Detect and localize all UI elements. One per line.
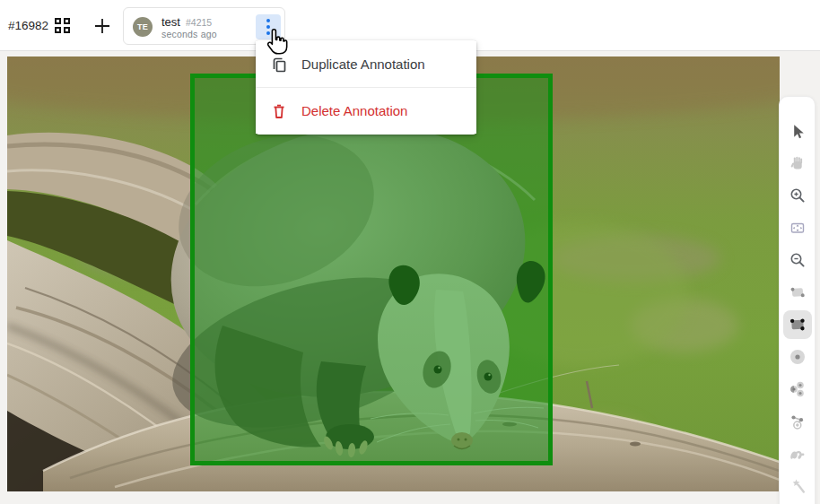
tool-select[interactable] bbox=[781, 115, 814, 147]
grid-square bbox=[64, 27, 70, 33]
cluster-icon bbox=[789, 380, 807, 398]
tool-polygon[interactable] bbox=[781, 405, 814, 438]
tool-freehand[interactable] bbox=[781, 438, 814, 470]
tool-zoom-in[interactable] bbox=[781, 179, 814, 212]
annotation-context-menu: Duplicate Annotation Delete Annotation bbox=[256, 40, 476, 135]
tool-zoom-out[interactable] bbox=[781, 244, 814, 276]
chip-name-row: test#4215 bbox=[161, 13, 212, 30]
annotation-time: seconds ago bbox=[161, 29, 217, 39]
more-options-button[interactable] bbox=[256, 14, 281, 39]
polygon-icon bbox=[789, 413, 807, 430]
grid-square bbox=[64, 18, 70, 24]
circle-icon bbox=[789, 348, 807, 366]
duplicate-icon bbox=[270, 56, 288, 74]
add-icon bbox=[92, 16, 112, 36]
menu-item-delete-annotation[interactable]: Delete Annotation bbox=[256, 88, 476, 134]
grid-square bbox=[55, 27, 61, 33]
tool-multi-point[interactable] bbox=[781, 373, 814, 405]
box-icon bbox=[789, 283, 807, 301]
fit-screen-icon bbox=[789, 219, 807, 237]
menu-item-duplicate-annotation[interactable]: Duplicate Annotation bbox=[256, 41, 476, 87]
tool-fit-screen[interactable] bbox=[781, 212, 814, 244]
zoom-out-icon bbox=[789, 251, 807, 269]
annotation-name: test bbox=[161, 15, 180, 29]
hand-icon bbox=[789, 154, 807, 172]
more-vertical-icon bbox=[266, 19, 270, 22]
tool-box-draw[interactable] bbox=[781, 276, 814, 308]
grid-square bbox=[55, 18, 61, 24]
grid-view-icon[interactable] bbox=[55, 18, 71, 34]
tool-bounding-box[interactable] bbox=[783, 310, 812, 339]
cursor-icon bbox=[789, 122, 807, 140]
tool-palette bbox=[779, 96, 816, 504]
tool-smart-select[interactable] bbox=[781, 470, 814, 502]
avatar: TE bbox=[133, 17, 153, 37]
image-id: #16982 bbox=[8, 19, 48, 32]
scribble-icon bbox=[789, 445, 807, 463]
zoom-in-icon bbox=[789, 187, 807, 204]
annotation-chip[interactable]: TE test#4215 seconds ago bbox=[123, 7, 285, 45]
menu-item-label: Delete Annotation bbox=[301, 103, 407, 118]
menu-item-label: Duplicate Annotation bbox=[301, 56, 425, 72]
annotation-ref: #4215 bbox=[186, 17, 212, 28]
more-vertical-icon bbox=[266, 31, 270, 35]
add-annotation-button[interactable] bbox=[92, 16, 112, 36]
magic-wand-icon bbox=[789, 477, 807, 495]
more-vertical-icon bbox=[266, 25, 270, 29]
bounding-box-icon bbox=[789, 316, 807, 334]
trash-icon bbox=[270, 102, 288, 120]
tool-circle[interactable] bbox=[781, 341, 814, 373]
tool-pan[interactable] bbox=[781, 147, 814, 179]
